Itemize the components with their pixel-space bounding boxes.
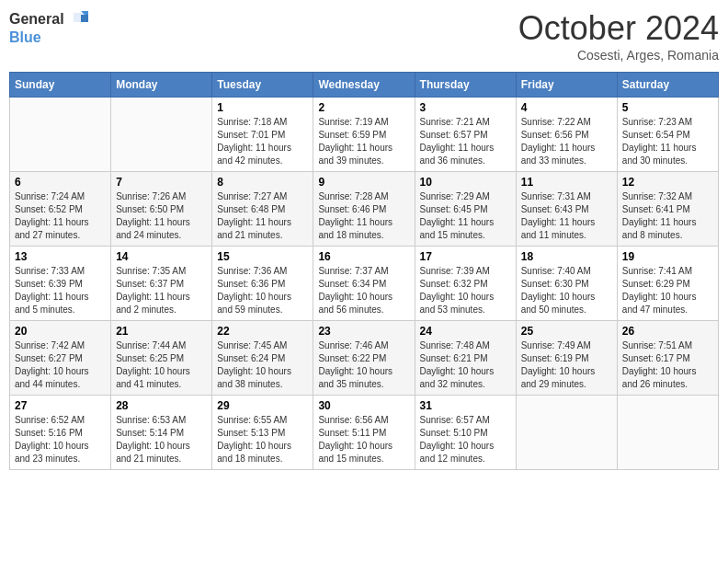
title-block: October 2024 Cosesti, Arges, Romania	[518, 9, 719, 63]
day-number: 2	[318, 101, 409, 114]
calendar-cell: 22 Sunrise: 7:45 AMSunset: 6:24 PMDaylig…	[212, 321, 313, 396]
day-number: 15	[217, 250, 308, 263]
calendar-cell: 17 Sunrise: 7:39 AMSunset: 6:32 PMDaylig…	[415, 247, 516, 321]
day-info: Sunrise: 7:27 AMSunset: 6:48 PMDaylight:…	[217, 190, 308, 242]
calendar-cell	[516, 396, 617, 470]
day-number: 8	[217, 176, 308, 189]
calendar-cell: 20 Sunrise: 7:42 AMSunset: 6:27 PMDaylig…	[10, 321, 111, 396]
day-info: Sunrise: 7:19 AMSunset: 6:59 PMDaylight:…	[318, 116, 409, 167]
calendar-cell: 28 Sunrise: 6:53 AMSunset: 5:14 PMDaylig…	[111, 396, 212, 470]
header-friday: Friday	[516, 73, 617, 98]
calendar-week-3: 20 Sunrise: 7:42 AMSunset: 6:27 PMDaylig…	[10, 321, 719, 396]
header-thursday: Thursday	[415, 73, 516, 98]
calendar-week-4: 27 Sunrise: 6:52 AMSunset: 5:16 PMDaylig…	[10, 396, 719, 470]
day-number: 12	[622, 176, 713, 189]
day-info: Sunrise: 7:48 AMSunset: 6:21 PMDaylight:…	[420, 339, 511, 391]
day-info: Sunrise: 7:51 AMSunset: 6:17 PMDaylight:…	[622, 339, 713, 391]
page-header: General Blue October 2024 Cosesti, Arges…	[9, 9, 719, 63]
calendar-cell: 24 Sunrise: 7:48 AMSunset: 6:21 PMDaylig…	[415, 321, 516, 396]
calendar-cell: 27 Sunrise: 6:52 AMSunset: 5:16 PMDaylig…	[10, 396, 111, 470]
calendar-cell: 23 Sunrise: 7:46 AMSunset: 6:22 PMDaylig…	[313, 321, 415, 396]
header-monday: Monday	[111, 73, 212, 98]
calendar-cell: 3 Sunrise: 7:21 AMSunset: 6:57 PMDayligh…	[415, 98, 516, 172]
day-info: Sunrise: 7:21 AMSunset: 6:57 PMDaylight:…	[420, 116, 511, 167]
calendar-cell: 1 Sunrise: 7:18 AMSunset: 7:01 PMDayligh…	[212, 98, 313, 172]
day-number: 29	[217, 399, 308, 412]
day-info: Sunrise: 7:18 AMSunset: 7:01 PMDaylight:…	[217, 116, 308, 167]
day-number: 28	[116, 399, 207, 412]
header-saturday: Saturday	[617, 73, 718, 98]
calendar-cell: 8 Sunrise: 7:27 AMSunset: 6:48 PMDayligh…	[212, 172, 313, 247]
day-info: Sunrise: 7:40 AMSunset: 6:30 PMDaylight:…	[521, 265, 612, 316]
day-info: Sunrise: 7:29 AMSunset: 6:45 PMDaylight:…	[420, 190, 511, 242]
day-info: Sunrise: 7:42 AMSunset: 6:27 PMDaylight:…	[15, 339, 106, 391]
day-info: Sunrise: 7:45 AMSunset: 6:24 PMDaylight:…	[217, 339, 308, 391]
calendar-cell: 26 Sunrise: 7:51 AMSunset: 6:17 PMDaylig…	[617, 321, 718, 396]
calendar-cell: 9 Sunrise: 7:28 AMSunset: 6:46 PMDayligh…	[313, 172, 415, 247]
day-number: 4	[521, 101, 612, 114]
day-number: 20	[15, 325, 106, 338]
day-number: 27	[15, 399, 106, 412]
day-number: 18	[521, 250, 612, 263]
calendar-cell: 21 Sunrise: 7:44 AMSunset: 6:25 PMDaylig…	[111, 321, 212, 396]
day-info: Sunrise: 7:49 AMSunset: 6:19 PMDaylight:…	[521, 339, 612, 391]
day-info: Sunrise: 7:26 AMSunset: 6:50 PMDaylight:…	[116, 190, 207, 242]
location: Cosesti, Arges, Romania	[518, 48, 719, 63]
day-number: 1	[217, 101, 308, 114]
calendar-cell: 15 Sunrise: 7:36 AMSunset: 6:36 PMDaylig…	[212, 247, 313, 321]
day-number: 26	[622, 325, 713, 338]
day-info: Sunrise: 7:24 AMSunset: 6:52 PMDaylight:…	[15, 190, 106, 242]
calendar-cell: 30 Sunrise: 6:56 AMSunset: 5:11 PMDaylig…	[313, 396, 415, 470]
day-info: Sunrise: 7:28 AMSunset: 6:46 PMDaylight:…	[318, 190, 409, 242]
calendar-cell: 12 Sunrise: 7:32 AMSunset: 6:41 PMDaylig…	[617, 172, 718, 247]
calendar-cell	[10, 98, 111, 172]
day-info: Sunrise: 6:52 AMSunset: 5:16 PMDaylight:…	[15, 414, 106, 465]
day-number: 25	[521, 325, 612, 338]
calendar-cell: 19 Sunrise: 7:41 AMSunset: 6:29 PMDaylig…	[617, 247, 718, 321]
calendar-cell	[617, 396, 718, 470]
calendar-week-1: 6 Sunrise: 7:24 AMSunset: 6:52 PMDayligh…	[10, 172, 719, 247]
calendar-table: Sunday Monday Tuesday Wednesday Thursday…	[9, 72, 719, 470]
day-info: Sunrise: 7:33 AMSunset: 6:39 PMDaylight:…	[15, 265, 106, 316]
day-number: 31	[420, 399, 511, 412]
calendar-cell: 13 Sunrise: 7:33 AMSunset: 6:39 PMDaylig…	[10, 247, 111, 321]
calendar-cell: 25 Sunrise: 7:49 AMSunset: 6:19 PMDaylig…	[516, 321, 617, 396]
day-number: 21	[116, 325, 207, 338]
calendar-cell: 16 Sunrise: 7:37 AMSunset: 6:34 PMDaylig…	[313, 247, 415, 321]
day-info: Sunrise: 6:56 AMSunset: 5:11 PMDaylight:…	[318, 414, 409, 465]
day-info: Sunrise: 6:57 AMSunset: 5:10 PMDaylight:…	[420, 414, 511, 465]
calendar-cell: 7 Sunrise: 7:26 AMSunset: 6:50 PMDayligh…	[111, 172, 212, 247]
calendar-cell: 10 Sunrise: 7:29 AMSunset: 6:45 PMDaylig…	[415, 172, 516, 247]
weekday-row: Sunday Monday Tuesday Wednesday Thursday…	[10, 73, 719, 98]
day-info: Sunrise: 7:32 AMSunset: 6:41 PMDaylight:…	[622, 190, 713, 242]
day-info: Sunrise: 7:39 AMSunset: 6:32 PMDaylight:…	[420, 265, 511, 316]
day-number: 17	[420, 250, 511, 263]
day-info: Sunrise: 7:46 AMSunset: 6:22 PMDaylight:…	[318, 339, 409, 391]
day-number: 16	[318, 250, 409, 263]
day-number: 9	[318, 176, 409, 189]
calendar-week-0: 1 Sunrise: 7:18 AMSunset: 7:01 PMDayligh…	[10, 98, 719, 172]
calendar-body: 1 Sunrise: 7:18 AMSunset: 7:01 PMDayligh…	[10, 98, 719, 470]
day-info: Sunrise: 7:41 AMSunset: 6:29 PMDaylight:…	[622, 265, 713, 316]
day-info: Sunrise: 7:36 AMSunset: 6:36 PMDaylight:…	[217, 265, 308, 316]
calendar-cell: 4 Sunrise: 7:22 AMSunset: 6:56 PMDayligh…	[516, 98, 617, 172]
day-info: Sunrise: 7:35 AMSunset: 6:37 PMDaylight:…	[116, 265, 207, 316]
day-info: Sunrise: 7:23 AMSunset: 6:54 PMDaylight:…	[622, 116, 713, 167]
day-number: 30	[318, 399, 409, 412]
calendar-cell: 5 Sunrise: 7:23 AMSunset: 6:54 PMDayligh…	[617, 98, 718, 172]
header-wednesday: Wednesday	[313, 73, 415, 98]
header-tuesday: Tuesday	[212, 73, 313, 98]
calendar-cell: 14 Sunrise: 7:35 AMSunset: 6:37 PMDaylig…	[111, 247, 212, 321]
day-number: 10	[420, 176, 511, 189]
calendar-cell: 31 Sunrise: 6:57 AMSunset: 5:10 PMDaylig…	[415, 396, 516, 470]
day-number: 19	[622, 250, 713, 263]
day-info: Sunrise: 7:44 AMSunset: 6:25 PMDaylight:…	[116, 339, 207, 391]
day-number: 14	[116, 250, 207, 263]
day-number: 6	[15, 176, 106, 189]
month-title: October 2024	[518, 9, 719, 48]
day-info: Sunrise: 6:55 AMSunset: 5:13 PMDaylight:…	[217, 414, 308, 465]
calendar-header: Sunday Monday Tuesday Wednesday Thursday…	[10, 73, 719, 98]
logo: General Blue	[9, 9, 88, 46]
calendar-week-2: 13 Sunrise: 7:33 AMSunset: 6:39 PMDaylig…	[10, 247, 719, 321]
calendar-cell	[111, 98, 212, 172]
